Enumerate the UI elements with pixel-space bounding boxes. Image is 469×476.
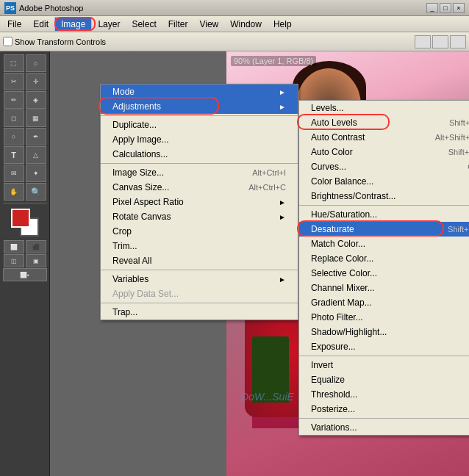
canvas-info: 90% (Layer 1, RGB/8) [231, 56, 316, 66]
watermark: DoW...SuiE [241, 391, 294, 403]
tool-heal[interactable]: ✛ [26, 73, 46, 90]
adj-auto-contrast[interactable]: Auto ContrastAlt+Shift+Ctrl+L [299, 130, 469, 145]
tool-clone[interactable]: ◈ [26, 91, 46, 109]
menu-pixel-aspect[interactable]: Pixel Aspect Ratio► [101, 195, 298, 209]
tool-hand[interactable]: ✋ [4, 183, 24, 201]
adj-photo-filter[interactable]: Photo Filter... [299, 310, 469, 325]
toolbar-divider [3, 203, 47, 203]
menu-view[interactable]: View [193, 17, 224, 32]
sep4 [101, 303, 298, 303]
adj-sep3 [299, 418, 469, 419]
tool-eyedropper[interactable]: ✦ [26, 165, 46, 182]
foreground-color[interactable] [11, 209, 30, 228]
menu-crop[interactable]: Crop [101, 224, 298, 239]
tool-crop[interactable]: ✂ [4, 73, 24, 90]
tool-screen-mode3[interactable]: ⬜▪ [3, 268, 47, 281]
adj-sep2 [299, 356, 469, 356]
adj-hue-saturation[interactable]: Hue/Saturation...Ctrl+U [299, 207, 469, 222]
transform-label: Show Transform Controls [15, 37, 106, 46]
tool-notes[interactable]: ✉ [4, 165, 24, 182]
tool-brush[interactable]: ✏ [4, 91, 24, 109]
adj-selective-color[interactable]: Selective Color... [299, 266, 469, 281]
tool-screen-mode1[interactable]: ◫ [4, 254, 24, 267]
left-toolbar: ⬚ ⌂ ✂ ✛ ✏ ◈ ◻ ▦ ○ ✒ T △ ✉ ✦ ✋ 🔍 [0, 51, 50, 476]
title-bar: PS Adobe Photoshop _ □ × [0, 0, 469, 16]
tool-screen-mode2[interactable]: ▣ [26, 254, 46, 267]
adj-channel-mixer[interactable]: Channel Mixer... [299, 281, 469, 295]
menu-trap[interactable]: Trap... [101, 305, 298, 320]
toolbar-align-btn3[interactable]: ⊠ [450, 35, 466, 48]
app-icon: PS [4, 2, 16, 14]
tool-lasso[interactable]: ⌂ [26, 54, 46, 72]
menu-edit[interactable]: Edit [27, 17, 54, 32]
tool-gradient[interactable]: ▦ [26, 109, 46, 127]
adj-replace-color[interactable]: Replace Color... [299, 251, 469, 266]
adj-equalize[interactable]: Equalize [299, 372, 469, 387]
adj-threshold[interactable]: Threshold... [299, 387, 469, 402]
tool-marquee[interactable]: ⬚ [4, 54, 24, 72]
sep3 [101, 270, 298, 270]
adj-invert[interactable]: InvertCtrl+I [299, 358, 469, 372]
menu-bar: File Edit Image Layer Select Filter View… [0, 16, 469, 32]
menu-image-size[interactable]: Image Size...Alt+Ctrl+I [101, 165, 298, 180]
maximize-button[interactable]: □ [440, 3, 451, 13]
adj-auto-levels[interactable]: Auto LevelsShift+Ctrl+L [299, 115, 469, 130]
menu-mode[interactable]: Mode► [101, 84, 298, 99]
tool-mask-mode[interactable]: ⬜ [4, 240, 24, 253]
tool-zoom[interactable]: 🔍 [26, 183, 46, 201]
adjustments-submenu: Levels...Ctrl+L Auto LevelsShift+Ctrl+L … [298, 100, 469, 436]
canvas-area: 90% (Layer 1, RGB/8) DoW...SuiE Mode► Ad… [50, 51, 469, 476]
menu-help[interactable]: Help [268, 17, 298, 32]
title-bar-buttons: _ □ × [426, 3, 465, 13]
menu-rotate-canvas[interactable]: Rotate Canvas► [101, 209, 298, 224]
adj-shadow-highlight[interactable]: Shadow/Highlight... [299, 325, 469, 339]
menu-duplicate[interactable]: Duplicate... [101, 118, 298, 132]
menu-filter[interactable]: Filter [162, 17, 194, 32]
menu-calculations[interactable]: Calculations... [101, 147, 298, 162]
menu-window[interactable]: Window [224, 17, 268, 32]
menu-select[interactable]: Select [126, 17, 162, 32]
menu-trim[interactable]: Trim... [101, 239, 298, 253]
toolbar-align-btn2[interactable]: ⊟ [432, 35, 448, 48]
adj-match-color[interactable]: Match Color... [299, 237, 469, 251]
adj-sep1 [299, 205, 469, 206]
show-transform-controls[interactable]: Show Transform Controls [3, 37, 106, 46]
adj-curves[interactable]: Curves...Ctrl+M [299, 159, 469, 174]
menu-apply-dataset: Apply Data Set... [101, 286, 298, 301]
menu-variables[interactable]: Variables► [101, 272, 298, 286]
sep2 [101, 163, 298, 164]
close-button[interactable]: × [453, 3, 465, 13]
title-bar-text: Adobe Photoshop [19, 4, 426, 12]
adj-brightness-contrast[interactable]: Brightness/Contrast... [299, 189, 469, 203]
tool-dodge[interactable]: ○ [4, 128, 24, 145]
adj-color-balance[interactable]: Color Balance...Ctrl+B [299, 174, 469, 189]
menu-image[interactable]: Image [54, 17, 92, 32]
adj-posterize[interactable]: Posterize... [299, 402, 469, 416]
adj-levels[interactable]: Levels...Ctrl+L [299, 101, 469, 115]
menu-adjustments[interactable]: Adjustments► [101, 99, 298, 114]
tool-pen[interactable]: ✒ [26, 128, 46, 145]
toolbar-align-btn1[interactable]: ⊞ [415, 35, 431, 48]
tool-quick-mask[interactable]: ⬛ [26, 240, 46, 253]
adj-auto-color[interactable]: Auto ColorShift+Ctrl+B [299, 145, 469, 159]
tool-eraser[interactable]: ◻ [4, 109, 24, 127]
toolbar: Show Transform Controls ⊞ ⊟ ⊠ [0, 32, 469, 51]
minimize-button[interactable]: _ [426, 3, 438, 13]
tool-shape[interactable]: △ [26, 146, 46, 164]
tool-type[interactable]: T [4, 146, 24, 164]
menu-layer[interactable]: Layer [92, 17, 126, 32]
sep1 [101, 115, 298, 116]
menu-canvas-size[interactable]: Canvas Size...Alt+Ctrl+C [101, 180, 298, 195]
menu-reveal-all[interactable]: Reveal All [101, 253, 298, 268]
zoom-level: 90% ( [234, 57, 255, 65]
color-swatches[interactable] [11, 209, 39, 237]
menu-apply-image[interactable]: Apply Image... [101, 132, 298, 147]
adj-gradient-map[interactable]: Gradient Map... [299, 295, 469, 310]
adj-desaturate[interactable]: DesaturateShift+Ctrl+U [299, 222, 469, 237]
main-area: ⬚ ⌂ ✂ ✛ ✏ ◈ ◻ ▦ ○ ✒ T △ ✉ ✦ ✋ 🔍 [0, 51, 469, 476]
transform-checkbox[interactable] [3, 37, 12, 46]
adj-variations[interactable]: Variations... [299, 420, 469, 435]
menu-file[interactable]: File [1, 17, 27, 32]
layer-name: Layer 1 [255, 57, 282, 65]
adj-exposure[interactable]: Exposure... [299, 339, 469, 354]
